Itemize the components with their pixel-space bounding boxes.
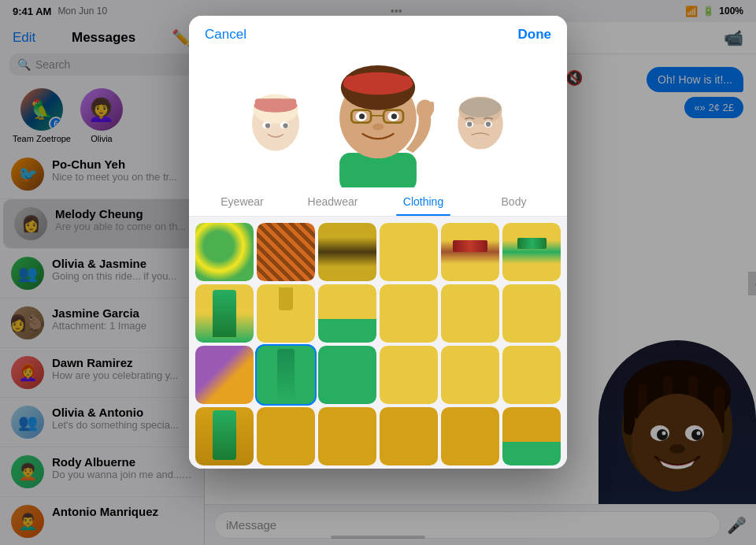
svg-rect-21 [255, 98, 297, 107]
svg-point-47 [460, 98, 502, 117]
modal-overlay: Cancel Done [0, 0, 756, 545]
modal-panel: Cancel Done [189, 16, 567, 469]
clothing-item-8[interactable] [318, 284, 376, 343]
modal-done-button[interactable]: Done [518, 27, 552, 43]
svg-rect-30 [425, 100, 429, 111]
preview-right-memoji [451, 83, 510, 160]
clothing-item-1[interactable] [257, 223, 315, 281]
preview-center-memoji [315, 58, 441, 184]
memoji-preview [189, 54, 567, 187]
svg-point-25 [283, 124, 287, 128]
clothing-item-12[interactable] [195, 346, 254, 404]
svg-point-42 [359, 113, 365, 119]
clothing-item-23[interactable] [502, 407, 561, 465]
home-bar [331, 536, 425, 539]
tab-body[interactable]: Body [469, 187, 559, 216]
clothing-item-3[interactable] [380, 223, 438, 281]
home-indicator [0, 529, 756, 545]
clothing-item-19[interactable] [257, 407, 315, 465]
tab-eyewear[interactable]: Eyewear [197, 187, 287, 216]
modal-header: Cancel Done [189, 16, 567, 54]
clothing-item-7[interactable] [257, 284, 315, 343]
tab-headwear[interactable]: Headwear [287, 187, 378, 216]
clothing-item-5[interactable] [502, 223, 561, 281]
clothing-item-21[interactable] [380, 407, 438, 465]
clothing-item-13[interactable] [257, 346, 315, 404]
clothing-item-14[interactable] [318, 346, 376, 404]
modal-cancel-button[interactable]: Cancel [205, 27, 246, 43]
svg-point-43 [391, 113, 397, 119]
clothing-item-10[interactable] [441, 284, 499, 343]
clothing-item-22[interactable] [441, 407, 499, 465]
clothing-item-0[interactable] [195, 223, 254, 281]
ipad-screen: 9:41 AM Mon Jun 10 ••• 📶 🔋 100% Edit Mes… [0, 0, 756, 545]
svg-point-24 [265, 124, 270, 128]
svg-point-51 [486, 122, 491, 127]
clothing-item-16[interactable] [441, 346, 499, 404]
clothing-item-15[interactable] [380, 346, 438, 404]
clothing-item-9[interactable] [380, 284, 438, 343]
svg-rect-29 [420, 102, 424, 113]
clothing-item-6[interactable] [195, 284, 254, 343]
clothing-grid [189, 217, 567, 469]
clothing-item-18[interactable] [195, 407, 254, 465]
svg-rect-31 [430, 102, 434, 112]
svg-rect-36 [344, 76, 411, 87]
preview-left-memoji [246, 83, 306, 160]
clothing-item-17[interactable] [502, 346, 561, 404]
svg-point-44 [372, 124, 384, 131]
clothing-item-2[interactable] [318, 223, 376, 281]
svg-point-50 [467, 122, 472, 127]
clothing-item-11[interactable] [502, 284, 561, 343]
category-tabs: Eyewear Headwear Clothing Body [189, 187, 567, 217]
tab-clothing[interactable]: Clothing [378, 187, 469, 216]
clothing-item-4[interactable] [441, 223, 499, 281]
clothing-item-20[interactable] [318, 407, 376, 465]
